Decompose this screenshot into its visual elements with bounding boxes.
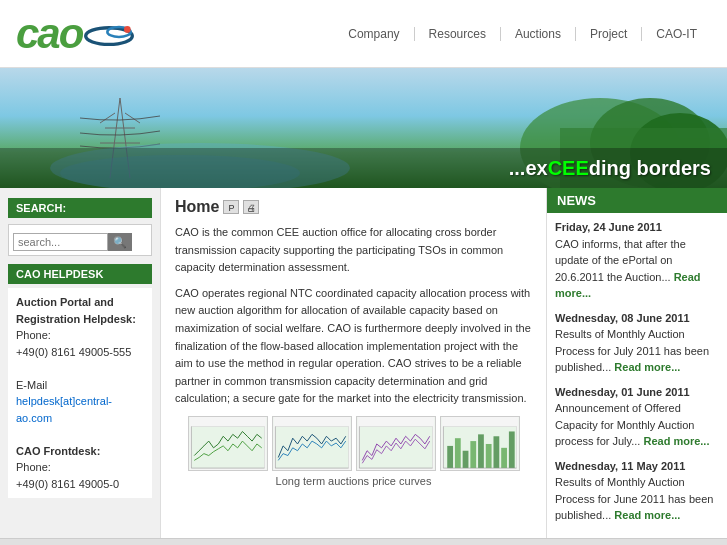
- chart-4[interactable]: [440, 416, 520, 471]
- news-panel: NEWS Friday, 24 June 2011 CAO informs, t…: [547, 188, 727, 538]
- print-icon[interactable]: 🖨: [243, 200, 259, 214]
- svg-rect-38: [508, 431, 514, 468]
- helpdesk-frontdesk-label: CAO Frontdesk:: [16, 445, 100, 457]
- home-paragraph-2: CAO operates regional NTC coordinated ca…: [175, 285, 532, 408]
- svg-rect-36: [493, 436, 499, 468]
- logo-swoosh: [84, 19, 134, 49]
- logo: cao: [16, 13, 134, 55]
- search-section: SEARCH:: [8, 198, 152, 218]
- hero-tagline-suffix: ding borders: [589, 157, 711, 179]
- news-date-2: Wednesday, 08 June 2011: [555, 310, 719, 327]
- helpdesk-email-label: E-Mail: [16, 379, 47, 391]
- svg-rect-31: [454, 438, 460, 468]
- news-date-1: Friday, 24 June 2011: [555, 219, 719, 236]
- svg-rect-37: [501, 448, 507, 468]
- news-link-2[interactable]: Read more...: [614, 361, 680, 373]
- home-heading: Home: [175, 198, 219, 216]
- home-title-row: Home P 🖨: [175, 198, 532, 216]
- search-input[interactable]: [13, 233, 108, 251]
- nav-company[interactable]: Company: [334, 27, 414, 41]
- footer: Copyright © 2010 CAO Central Allocation …: [0, 538, 727, 546]
- hero-cee: CEE: [548, 157, 589, 179]
- news-date-3: Wednesday, 01 June 2011: [555, 384, 719, 401]
- charts-caption: Long term auctions price curves: [175, 475, 532, 487]
- svg-rect-30: [447, 446, 453, 468]
- helpdesk-email-link[interactable]: helpdesk[at]central-ao.com: [16, 395, 112, 424]
- news-item-3: Wednesday, 01 June 2011 Announcement of …: [555, 384, 719, 450]
- hero-overlay: ...exCEEding borders: [0, 148, 727, 188]
- svg-rect-33: [470, 441, 476, 468]
- header: cao Company Resources Auctions Project C…: [0, 0, 727, 68]
- hero-tagline-prefix: ...ex: [509, 157, 548, 179]
- news-content: Friday, 24 June 2011 CAO informs, that a…: [547, 213, 727, 538]
- hero-banner: ...exCEEding borders: [0, 68, 727, 188]
- svg-point-2: [124, 26, 131, 33]
- news-text-1: CAO informs, that after the update of th…: [555, 238, 686, 283]
- svg-rect-35: [485, 444, 491, 468]
- helpdesk-frontdesk-phone-label: Phone:: [16, 461, 51, 473]
- news-link-4[interactable]: Read more...: [614, 509, 680, 521]
- helpdesk-header: CAO HELPDESK: [8, 264, 152, 284]
- main-layout: SEARCH: 🔍 CAO HELPDESK Auction Portal an…: [0, 188, 727, 538]
- svg-rect-34: [478, 434, 484, 468]
- helpdesk-label: CAO HELPDESK: [16, 268, 144, 280]
- chart-3[interactable]: [356, 416, 436, 471]
- nav: Company Resources Auctions Project CAO-I…: [334, 27, 711, 41]
- news-header: NEWS: [547, 188, 727, 213]
- svg-rect-25: [359, 427, 432, 468]
- nav-auctions[interactable]: Auctions: [501, 27, 576, 41]
- chart-2[interactable]: [272, 416, 352, 471]
- home-paragraph-1: CAO is the common CEE auction office for…: [175, 224, 532, 277]
- helpdesk-content: Auction Portal and Registration Helpdesk…: [8, 288, 152, 498]
- news-item-2: Wednesday, 08 June 2011 Results of Month…: [555, 310, 719, 376]
- nav-project[interactable]: Project: [576, 27, 642, 41]
- search-button[interactable]: 🔍: [108, 233, 132, 251]
- content-area: Home P 🖨 CAO is the common CEE auction o…: [160, 188, 547, 538]
- svg-rect-32: [462, 451, 468, 468]
- news-link-3[interactable]: Read more...: [643, 435, 709, 447]
- pdf-icon[interactable]: P: [223, 200, 239, 214]
- svg-rect-21: [275, 427, 348, 468]
- nav-resources[interactable]: Resources: [415, 27, 501, 41]
- helpdesk-phone: +49(0) 8161 49005-555: [16, 346, 131, 358]
- helpdesk-auction-label: Auction Portal and Registration Helpdesk…: [16, 296, 136, 325]
- search-input-row: 🔍: [13, 233, 147, 251]
- helpdesk-phone-label: Phone:: [16, 329, 51, 341]
- logo-text: cao: [16, 13, 82, 55]
- helpdesk-frontdesk-phone: +49(0) 8161 49005-0: [16, 478, 119, 490]
- news-item-4: Wednesday, 11 May 2011 Results of Monthl…: [555, 458, 719, 524]
- news-item-1: Friday, 24 June 2011 CAO informs, that a…: [555, 219, 719, 302]
- chart-1[interactable]: [188, 416, 268, 471]
- search-label: SEARCH:: [16, 202, 144, 214]
- sidebar: SEARCH: 🔍 CAO HELPDESK Auction Portal an…: [0, 188, 160, 538]
- nav-caoit[interactable]: CAO-IT: [642, 27, 711, 41]
- hero-tagline: ...exCEEding borders: [509, 157, 711, 180]
- charts-row: [175, 416, 532, 471]
- news-date-4: Wednesday, 11 May 2011: [555, 458, 719, 475]
